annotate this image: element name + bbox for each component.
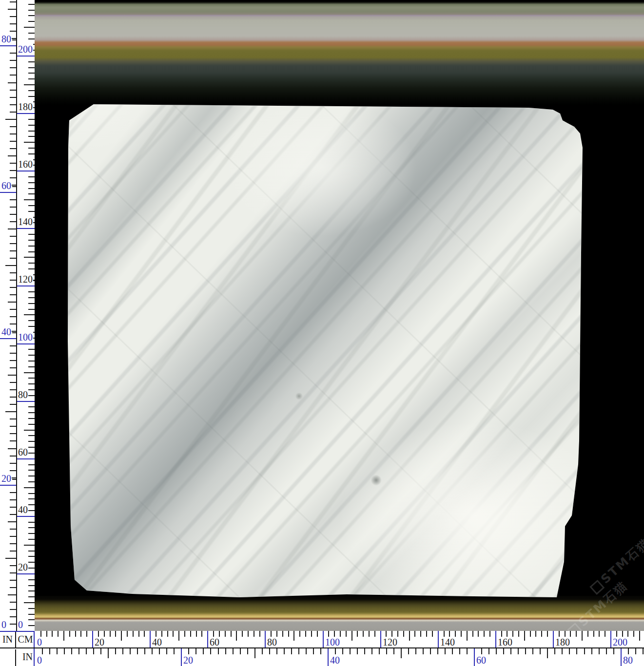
unit-label-inch: IN [0,632,16,647]
ruler-number: 0 [18,619,23,630]
tick [357,648,358,654]
tick [415,648,416,654]
ruler-major-line [0,45,16,46]
tick [28,21,35,22]
tick [10,529,16,530]
tick [627,631,628,637]
tick [10,382,16,383]
tick [28,614,35,615]
tick [152,648,153,654]
ruler-major-line [265,631,266,647]
tick [374,631,375,637]
ruler-number: 80 [267,637,277,647]
tick [225,631,226,637]
tick [8,521,16,522]
ruler-number: 180 [18,101,33,112]
tick [28,182,35,183]
tick [535,631,536,637]
tick [8,448,16,449]
tick [115,631,116,637]
tick [28,406,35,407]
tick [248,631,249,637]
tick [593,631,594,637]
tick [57,648,58,654]
tick [613,648,614,654]
tick [10,112,16,113]
tick [10,609,16,610]
tick [298,648,299,654]
tick [10,587,16,588]
tick [24,487,35,488]
tick [173,631,174,637]
tick [541,631,542,637]
tick [532,648,533,654]
tick [28,291,35,292]
tick [24,545,35,546]
tick [24,257,35,258]
tick [484,631,485,637]
tick [576,648,577,654]
ruler-major-line [150,631,151,647]
tick [472,631,473,637]
ruler-major-line [380,631,381,647]
tick [10,272,16,273]
tick [401,648,402,658]
tick [10,177,16,178]
ruler-number: 40 [1,326,12,337]
tick [28,625,35,626]
tick [10,294,16,295]
tick [10,16,16,17]
tick [8,302,16,303]
tick [10,316,16,317]
tick [503,648,504,654]
tick [93,648,94,654]
tick [24,199,35,200]
ruler-number: 20 [95,637,104,647]
tick [40,631,41,637]
tick [28,493,35,494]
tick [233,648,234,654]
tick [10,507,16,508]
tick [98,631,99,637]
scan-smear-bottom-band [35,596,644,631]
tick [12,39,16,40]
tick [24,314,35,315]
tick [240,648,241,654]
tick [28,361,35,362]
tick [605,631,605,637]
tick [643,648,644,654]
tick [174,648,175,654]
tick [628,648,629,654]
tick [28,234,35,235]
tick [445,648,446,654]
ruler-number: 20 [18,562,28,572]
tick [24,430,35,431]
ruler-major-line [328,648,329,666]
tick [311,631,312,637]
tick [10,419,16,419]
tick [10,90,16,91]
tick [28,447,35,448]
tick [518,648,519,654]
ruler-number: 0 [37,655,42,666]
tick [28,412,35,413]
tick [28,533,35,534]
tick [10,75,16,76]
tick [386,631,387,637]
ruler-number: 140 [440,637,455,647]
tick [10,463,16,464]
tick [10,353,16,354]
ruler-number: 60 [210,637,219,647]
tick [10,580,16,581]
tick [288,631,289,637]
tick [10,1,16,2]
ruler-major-line [0,485,16,486]
tick [184,631,185,637]
tick [576,631,577,637]
ruler-number: 60 [18,447,28,457]
tick [86,631,87,637]
ruler-major-line [323,631,324,647]
tick [10,53,16,54]
tick [10,280,16,281]
tick [64,648,65,654]
